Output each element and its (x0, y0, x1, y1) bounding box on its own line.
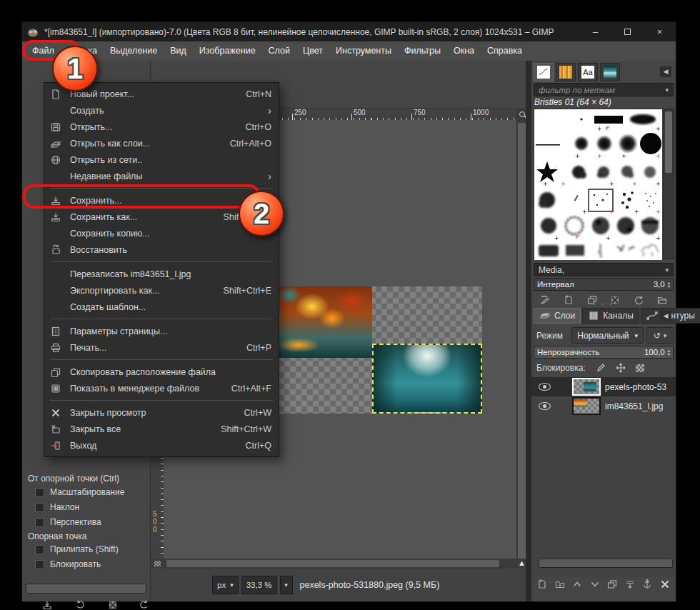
title-bar[interactable]: *[im843651_l] (импортировано)-7.0 (Цвета… (22, 22, 676, 41)
reset-tool-options-button[interactable] (136, 598, 152, 610)
menubar-item-6[interactable]: Цвет (296, 41, 329, 61)
lock-position-icon[interactable] (616, 363, 626, 373)
merge-down-button[interactable] (624, 579, 636, 590)
checkbox-прилипать-shift-[interactable]: Прилипать (Shift) (35, 544, 119, 554)
menu-item[interactable]: Печать...Ctrl+P (44, 339, 279, 356)
tab-fonts[interactable]: Aa (578, 63, 598, 81)
new-layer-group-button[interactable] (554, 579, 566, 590)
tab-layers[interactable]: Слои (534, 308, 581, 324)
new-layer-button[interactable] (536, 579, 548, 590)
brush-list-scrollbar[interactable] (663, 109, 674, 259)
horizontal-scrollbar[interactable] (164, 559, 516, 569)
anchor-layer-button[interactable] (641, 579, 653, 590)
opacity-value: 100,0 (644, 348, 665, 356)
delete-layer-button[interactable] (659, 579, 671, 590)
mode-dropdown[interactable]: Нормальный ▾ (571, 327, 644, 344)
menu-item-label: Восстановить (70, 245, 127, 255)
menu-item[interactable]: Закрыть просмотрCtrl+W (44, 404, 279, 421)
menu-item-shortcut: Ctrl+N (246, 89, 271, 99)
menu-item[interactable]: Открыть...Ctrl+O (44, 119, 279, 135)
menu-item[interactable]: Открыть из сети.. (44, 151, 279, 168)
layers-icon (50, 138, 61, 149)
menu-item[interactable]: Создать› (44, 102, 279, 119)
menu-item[interactable]: Скопировать расположение файла (44, 364, 279, 380)
delete-tool-preset-button[interactable] (105, 598, 121, 610)
dock-menu-button[interactable]: ◀ (660, 66, 671, 77)
menu-item[interactable]: Создать шаблон... (44, 299, 279, 315)
checkbox-перспектива[interactable]: Перспектива (35, 517, 101, 527)
lower-layer-button[interactable] (589, 579, 601, 590)
menubar-item-7[interactable]: Инструменты (329, 41, 398, 61)
maximize-icon[interactable] (611, 22, 644, 41)
menu-item[interactable]: Недавние файлы› (44, 168, 279, 184)
vertical-scrollbar-thumb[interactable] (518, 123, 526, 566)
layer-row-1[interactable]: pexels-photo-53 (531, 377, 676, 396)
magnifier-icon (519, 111, 525, 117)
menu-item[interactable]: Перезаписать im843651_l.jpg (44, 266, 279, 282)
checkbox-box[interactable] (35, 518, 44, 527)
menubar-item-3[interactable]: Вид (164, 41, 193, 61)
chevron-down-icon: ▾ (230, 581, 234, 589)
checkbox-масштабирование[interactable]: Масштабирование (35, 487, 124, 497)
menubar-item-9[interactable]: Окна (447, 41, 481, 61)
opacity-slider[interactable]: Непрозрачность 100,0 ▴▾ (534, 346, 674, 359)
checkbox-box[interactable] (35, 545, 44, 554)
lock-pixels-icon[interactable] (596, 363, 606, 373)
menu-item[interactable]: Показать в менеджере файловCtrl+Alt+F (44, 380, 279, 396)
tab-gradients[interactable] (600, 63, 620, 81)
save-icon (41, 599, 53, 610)
close-icon[interactable]: × (644, 22, 676, 41)
checkbox-box[interactable] (35, 503, 44, 512)
layer-row-2[interactable]: im843651_l.jpg (531, 396, 676, 416)
spacing-slider[interactable]: Интервал 3,0 ▴▾ (534, 278, 674, 291)
restore-tool-preset-button[interactable] (72, 598, 88, 610)
dock-splitter[interactable]: • • • (531, 301, 676, 308)
minimize-icon[interactable]: – (579, 22, 611, 41)
menubar-item-2[interactable]: Выделение (104, 41, 164, 61)
tag-filter-placeholder: фильтр по меткам (539, 86, 615, 94)
menu-item[interactable]: Восстановить (44, 241, 279, 258)
new-layer-icon (536, 579, 548, 590)
layer-thumbnail[interactable] (574, 399, 599, 414)
menu-item[interactable]: Экспортировать как...Shift+Ctrl+E (44, 282, 279, 299)
checkbox-box[interactable] (35, 560, 44, 569)
menubar-item-10[interactable]: Справка (481, 41, 529, 61)
tag-filter-input[interactable]: фильтр по меткам ▾ (534, 83, 674, 96)
menu-item[interactable]: Параметры страницы... (44, 323, 279, 339)
checkbox-наклон[interactable]: Наклон (35, 502, 79, 512)
spinner-buttons[interactable]: ▴▾ (668, 281, 670, 288)
zoom-dropdown-button[interactable]: ▾ (280, 576, 293, 594)
eye-icon[interactable] (539, 383, 551, 391)
eye-icon[interactable] (539, 402, 551, 410)
brush-tag-select[interactable]: Media, ▾ (534, 263, 674, 276)
brush-scrollbar-thumb[interactable] (665, 111, 672, 173)
layer-name[interactable]: pexels-photo-53 (605, 382, 666, 392)
spinner-buttons[interactable]: ▴▾ (668, 349, 670, 356)
raise-layer-button[interactable] (571, 579, 583, 590)
checkbox-блокировать[interactable]: Блокировать (35, 559, 101, 569)
layers-dock-menu-button[interactable]: ◀ (660, 311, 671, 321)
mode-options-button[interactable]: ↺ ▾ (646, 327, 674, 344)
duplicate-layer-button[interactable] (606, 579, 618, 590)
tab-patterns[interactable] (556, 63, 576, 81)
window-title: *[im843651_l] (импортировано)-7.0 (Цвета… (44, 27, 554, 37)
lock-alpha-icon[interactable] (636, 364, 644, 372)
layer-thumbnail[interactable] (574, 379, 599, 394)
zoom-input[interactable]: 33,3 % (241, 576, 277, 594)
menubar-item-5[interactable]: Слой (262, 41, 296, 61)
menu-item[interactable]: Закрыть всеShift+Ctrl+W (44, 421, 279, 437)
svg-text:+: + (609, 181, 614, 187)
checkbox-box[interactable] (35, 488, 44, 497)
menu-item[interactable]: ВыходCtrl+Q (44, 437, 279, 454)
layer-name[interactable]: im843651_l.jpg (605, 401, 663, 411)
tab-channels[interactable]: Каналы (582, 308, 639, 324)
tab-brushes[interactable] (534, 63, 554, 81)
save-tool-preset-button[interactable] (39, 598, 55, 610)
menu-item[interactable]: Открыть как слои...Ctrl+Alt+O (44, 135, 279, 151)
brush-grid[interactable]: ++ ++ +++ ++ +++ ++ ++ ++ (534, 109, 661, 259)
quick-mask-toggle[interactable] (151, 559, 164, 569)
menubar-item-8[interactable]: Фильтры (398, 41, 447, 61)
menubar-item-4[interactable]: Изображение (193, 41, 262, 61)
horizontal-scrollbar-thumb[interactable] (166, 560, 499, 567)
unit-dropdown[interactable]: px ▾ (212, 576, 239, 594)
